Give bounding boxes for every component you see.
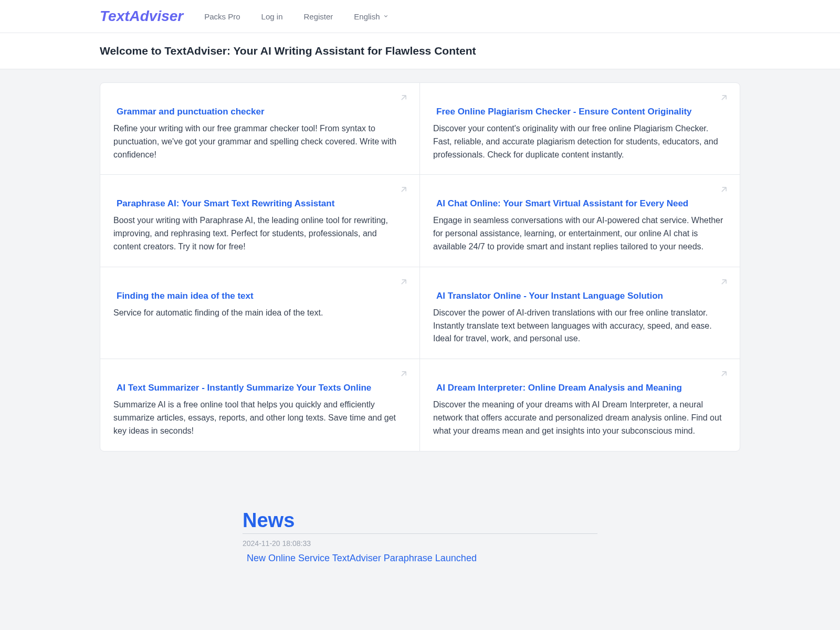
arrow-up-right-icon [719,184,729,195]
card-title-link[interactable]: AI Translator Online - Your Instant Lang… [433,291,727,301]
nav-log-in[interactable]: Log in [261,12,283,21]
nav-register[interactable]: Register [303,12,333,21]
page-title: Welcome to TextAdviser: Your AI Writing … [100,45,740,57]
language-label: English [354,12,380,21]
card-title-link[interactable]: Finding the main idea of the text [113,291,406,301]
header: TextAdviser Packs Pro Log in Register En… [0,0,840,33]
card-description: Service for automatic finding of the mai… [113,307,406,320]
services-grid: Grammar and punctuation checker Refine y… [100,82,740,452]
card-description: Discover your content's originality with… [433,122,727,161]
arrow-up-right-icon [719,369,729,379]
arrow-up-right-icon [398,369,409,379]
chevron-down-icon [383,13,389,19]
card-description: Summarize AI is a free online tool that … [113,398,406,437]
welcome-bar: Welcome to TextAdviser: Your AI Writing … [0,33,840,69]
card-paraphrase-ai[interactable]: Paraphrase AI: Your Smart Text Rewriting… [100,175,420,267]
arrow-up-right-icon [398,184,409,195]
main-nav: Packs Pro Log in Register English [204,12,388,21]
card-main-idea[interactable]: Finding the main idea of the text Servic… [100,267,420,359]
card-title-link[interactable]: Free Online Plagiarism Checker - Ensure … [433,107,727,117]
card-description: Boost your writing with Paraphrase AI, t… [113,214,406,253]
card-title-link[interactable]: Grammar and punctuation checker [113,107,406,117]
card-title-link[interactable]: AI Dream Interpreter: Online Dream Analy… [433,383,727,393]
card-ai-summarizer[interactable]: AI Text Summarizer - Instantly Summarize… [100,359,420,450]
language-selector[interactable]: English [354,12,388,21]
card-title-link[interactable]: AI Chat Online: Your Smart Virtual Assis… [433,198,727,209]
main-content: Grammar and punctuation checker Refine y… [0,69,840,595]
news-item: 2024-11-20 18:08:33 New Online Service T… [243,539,597,564]
card-ai-chat[interactable]: AI Chat Online: Your Smart Virtual Assis… [420,175,740,267]
card-description: Refine your writing with our free gramma… [113,122,406,161]
arrow-up-right-icon [398,92,409,103]
news-heading: News [243,509,597,534]
logo[interactable]: TextAdviser [100,8,183,25]
card-description: Discover the meaning of your dreams with… [433,398,727,437]
arrow-up-right-icon [719,92,729,103]
card-plagiarism-checker[interactable]: Free Online Plagiarism Checker - Ensure … [420,83,740,175]
nav-packs-pro[interactable]: Packs Pro [204,12,240,21]
news-title-link[interactable]: New Online Service TextAdviser Paraphras… [243,553,477,563]
card-grammar-checker[interactable]: Grammar and punctuation checker Refine y… [100,83,420,175]
card-description: Engage in seamless conversations with ou… [433,214,727,253]
card-ai-translator[interactable]: AI Translator Online - Your Instant Lang… [420,267,740,359]
arrow-up-right-icon [398,277,409,287]
card-dream-interpreter[interactable]: AI Dream Interpreter: Online Dream Analy… [420,359,740,450]
news-date: 2024-11-20 18:08:33 [243,539,597,548]
arrow-up-right-icon [719,277,729,287]
card-description: Discover the power of AI-driven translat… [433,307,727,345]
card-title-link[interactable]: Paraphrase AI: Your Smart Text Rewriting… [113,198,406,209]
card-title-link[interactable]: AI Text Summarizer - Instantly Summarize… [113,383,406,393]
news-section: News 2024-11-20 18:08:33 New Online Serv… [100,509,740,564]
